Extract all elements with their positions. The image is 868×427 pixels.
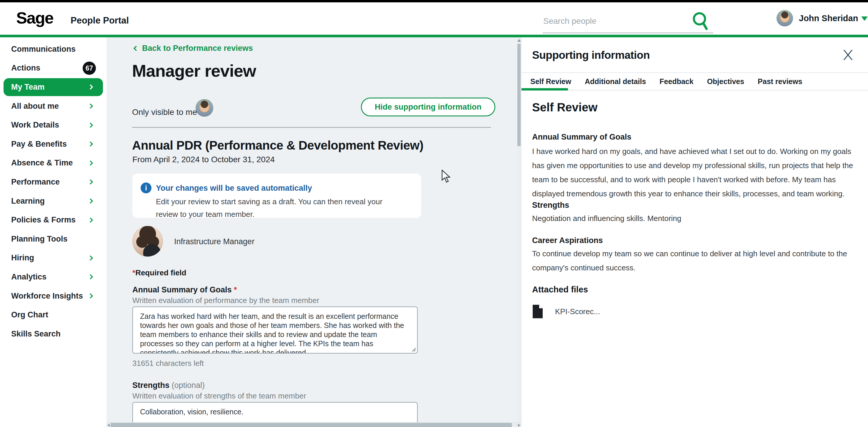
- chevron-right-icon: [88, 217, 93, 223]
- autosave-title: Your changes will be saved automatically: [156, 184, 312, 193]
- required-asterisk: *: [132, 268, 135, 277]
- sage-logo[interactable]: Sage: [16, 8, 53, 27]
- sidebar-item-policies-forms[interactable]: Policies & Forms: [0, 210, 106, 230]
- brand-accent-bar: [0, 35, 868, 37]
- chevron-right-icon: [88, 293, 93, 299]
- required-field-note: *Required field: [132, 268, 186, 277]
- panel-tabs: Self Review Additional details Feedback …: [530, 73, 802, 90]
- sidebar-item-absence-time[interactable]: Absence & Time: [0, 154, 106, 173]
- chevron-right-icon: [88, 141, 93, 146]
- scroll-left-arrow-icon[interactable]: [107, 424, 110, 427]
- top-black-bar: [0, 0, 868, 2]
- sidebar-item-learning[interactable]: Learning: [0, 192, 106, 211]
- horizontal-scrollbar-thumb[interactable]: [111, 423, 512, 427]
- sidebar-item-all-about-me[interactable]: All about me: [0, 97, 106, 116]
- sidebar-item-planning-tools[interactable]: Planning Tools: [0, 230, 106, 249]
- tab-past-reviews[interactable]: Past reviews: [758, 77, 802, 86]
- characters-left-counter: 31651 characters left: [132, 359, 204, 368]
- self-review-heading: Self Review: [532, 101, 597, 114]
- sidebar-item-hiring[interactable]: Hiring: [0, 249, 106, 268]
- back-link-label: Back to Performance reviews: [142, 44, 253, 53]
- tabs-divider: [522, 90, 868, 91]
- strengths-label: Strengths (optional): [132, 381, 205, 390]
- main-vertical-scrollbar[interactable]: [517, 37, 521, 422]
- active-tab-underline: [522, 88, 568, 91]
- review-title: Annual PDR (Performance & Development Re…: [132, 138, 423, 153]
- annual-summary-textarea[interactable]: Zara has worked hard with her team, and …: [132, 306, 418, 354]
- search-bar: [543, 9, 713, 33]
- panel-career-aspirations-body: To continue develop my team so we can co…: [532, 247, 857, 275]
- sidebar-item-skills-search[interactable]: Skills Search: [0, 324, 106, 343]
- annual-summary-hint: Written evaluation of performance by the…: [132, 296, 319, 305]
- app-header: Sage People Portal John Sheridan: [0, 2, 868, 35]
- attached-file-name: KPI-Scorec...: [555, 307, 600, 316]
- chevron-right-icon: [88, 160, 93, 166]
- chevron-right-icon: [88, 198, 93, 204]
- tab-objectives[interactable]: Objectives: [707, 77, 744, 86]
- actions-count-badge: 67: [83, 61, 96, 75]
- attached-file-item[interactable]: KPI-Scorec...: [532, 304, 600, 319]
- chevron-left-icon: [133, 45, 138, 51]
- sidebar-item-pay-benefits[interactable]: Pay & Benefits: [0, 135, 106, 154]
- panel-annual-summary-body: I have worked hard on my goals, and have…: [532, 144, 857, 201]
- chevron-right-icon: [88, 84, 93, 90]
- resize-handle-icon[interactable]: [410, 346, 416, 352]
- search-icon[interactable]: [692, 11, 710, 31]
- search-input[interactable]: [543, 13, 690, 29]
- sidebar-item-communications[interactable]: Communications: [0, 40, 106, 59]
- chevron-right-icon: [88, 103, 93, 109]
- manager-avatar: [195, 99, 213, 117]
- strengths-hint: Written evaluation of strengths of the t…: [132, 391, 306, 400]
- scroll-up-arrow-icon[interactable]: [517, 39, 521, 42]
- page: Sage People Portal John Sheridan Communi…: [0, 0, 868, 427]
- scroll-right-arrow-icon[interactable]: [518, 424, 520, 427]
- chevron-right-icon: [88, 274, 93, 280]
- sidebar-item-performance[interactable]: Performance: [0, 172, 106, 192]
- manager-review-content: Back to Performance reviews Manager revi…: [106, 37, 517, 427]
- main-horizontal-scrollbar[interactable]: [106, 422, 521, 427]
- search-underline: [543, 32, 713, 33]
- review-period: From April 2, 2024 to October 31, 2024: [132, 155, 275, 164]
- info-icon: i: [141, 183, 152, 193]
- tab-self-review[interactable]: Self Review: [530, 77, 571, 86]
- panel-career-aspirations-heading: Career Aspirations: [532, 236, 603, 245]
- chevron-right-icon: [88, 179, 93, 185]
- autosave-info-card: i Your changes will be saved automatical…: [132, 174, 421, 218]
- panel-annual-summary-heading: Annual Summary of Goals: [532, 133, 631, 142]
- visibility-note: Only visible to me: [132, 107, 197, 117]
- section-divider: [132, 127, 491, 128]
- reviewee-role: Infrastructure Manager: [174, 237, 254, 246]
- hide-supporting-information-button[interactable]: Hide supporting information: [361, 98, 495, 117]
- annual-summary-field: Zara has worked hard with her team, and …: [132, 306, 418, 354]
- supporting-information-panel: Supporting information Self Review Addit…: [521, 37, 868, 427]
- user-name: John Sheridan: [799, 13, 858, 23]
- attached-files-heading: Attached files: [532, 285, 588, 294]
- panel-title: Supporting information: [532, 49, 650, 61]
- reviewee-avatar: [132, 226, 163, 257]
- document-icon: [532, 304, 543, 319]
- vertical-scrollbar-thumb[interactable]: [517, 44, 521, 146]
- sidebar: Communications Actions67 My Team All abo…: [0, 37, 106, 427]
- sidebar-item-work-details[interactable]: Work Details: [0, 116, 106, 135]
- chevron-right-icon: [88, 122, 93, 128]
- annual-summary-label: Annual Summary of Goals *: [132, 285, 237, 294]
- back-to-performance-reviews-link[interactable]: Back to Performance reviews: [134, 44, 253, 53]
- chevron-down-icon[interactable]: [861, 17, 868, 21]
- sidebar-item-actions[interactable]: Actions67: [0, 59, 106, 78]
- chevron-right-icon: [88, 255, 93, 261]
- mouse-cursor: [441, 170, 454, 184]
- sidebar-item-org-chart[interactable]: Org Chart: [0, 305, 106, 324]
- autosave-body: Edit your review to start saving as a dr…: [156, 195, 403, 221]
- close-icon[interactable]: [842, 49, 854, 61]
- sidebar-item-analytics[interactable]: Analytics: [0, 267, 106, 287]
- panel-strengths-heading: Strengths: [532, 201, 569, 210]
- user-avatar: [777, 10, 793, 27]
- tab-feedback[interactable]: Feedback: [659, 77, 693, 86]
- sidebar-item-workforce-insights[interactable]: Workforce Insights: [0, 287, 106, 306]
- panel-strengths-body: Negotiation and influencing skills. Ment…: [532, 211, 857, 225]
- visibility-row: Only visible to me Hide supporting infor…: [132, 98, 491, 128]
- page-title: Manager review: [132, 61, 256, 80]
- tab-additional-details[interactable]: Additional details: [585, 77, 646, 86]
- sidebar-item-my-team[interactable]: My Team: [0, 77, 106, 97]
- app-title: People Portal: [71, 15, 129, 26]
